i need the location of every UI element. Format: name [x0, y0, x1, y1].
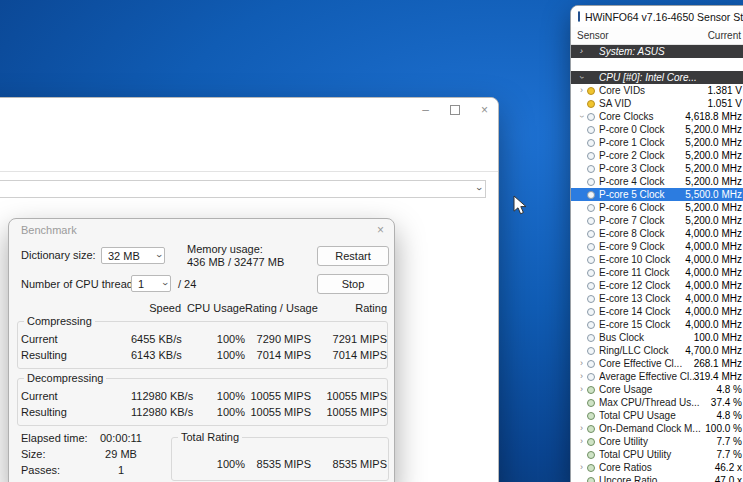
sensor-label: Core Utility	[599, 436, 716, 447]
expander-icon[interactable]: ›	[576, 372, 587, 381]
sensor-value: 5,200.0 MHz	[685, 150, 743, 161]
sensor-row[interactable]: E-core 11 Clock 4,000.0 MHz	[571, 266, 743, 279]
sensor-row[interactable]: › On-Demand Clock M... 100.0 %	[571, 422, 743, 435]
sensor-row[interactable]: E-core 12 Clock 4,000.0 MHz	[571, 279, 743, 292]
sensor-row[interactable]: › Core VIDs 1.381 V	[571, 84, 743, 97]
col-current[interactable]: Current	[708, 30, 741, 41]
sensor-row[interactable]: › Average Effective Cl... 319.4 MHz	[571, 370, 743, 383]
sensor-row[interactable]: › Core Clocks 4,618.8 MHz	[571, 110, 743, 123]
sensor-row[interactable]: P-core 4 Clock 5,200.0 MHz	[571, 175, 743, 188]
sensor-row[interactable]: P-core 6 Clock 5,200.0 MHz	[571, 201, 743, 214]
mouse-cursor	[513, 195, 529, 217]
expander-icon[interactable]: ›	[576, 437, 587, 446]
address-combobox[interactable]: ›	[0, 180, 486, 198]
sensor-label: Average Effective Cl...	[599, 371, 694, 382]
sensor-row[interactable]: E-core 13 Clock 4,000.0 MHz	[571, 292, 743, 305]
rating-value: 10055 MIPS	[311, 390, 387, 402]
sensor-row[interactable]: › Core Effective Cl... 268.1 MHz	[571, 357, 743, 370]
sensor-label: P-core 4 Clock	[599, 176, 685, 187]
sensor-label: P-core 7 Clock	[599, 215, 685, 226]
sensor-row[interactable]: E-core 8 Clock 4,000.0 MHz	[571, 227, 743, 240]
sensor-row[interactable]: P-core 3 Clock 5,200.0 MHz	[571, 162, 743, 175]
minimize-icon[interactable]: –	[422, 103, 429, 117]
rating-usage-value: 7014 MIPS	[245, 349, 311, 361]
expander-icon[interactable]: ›	[576, 424, 587, 433]
sensor-value: 1.051 V	[708, 98, 743, 109]
speed-value: 112980 KB/s	[131, 406, 181, 418]
sensor-icon	[587, 464, 595, 472]
row-label: Current	[21, 333, 131, 345]
sensor-label: Total CPU Usage	[599, 410, 716, 421]
stop-button[interactable]: Stop	[317, 274, 389, 294]
sensor-icon	[587, 100, 595, 108]
sensor-label: Core Effective Cl...	[599, 358, 694, 369]
sensor-icon	[587, 113, 595, 121]
chevron-down-icon: ›	[473, 187, 483, 190]
sensor-value: 5,200.0 MHz	[685, 202, 743, 213]
memory-usage-label: Memory usage:	[187, 243, 263, 255]
expander-icon[interactable]: ›	[576, 47, 587, 56]
hwinfo-app-icon	[578, 11, 580, 22]
desktop-background: – × › Benchmark × Dictionary size: 32 MB…	[0, 0, 743, 482]
expander-icon[interactable]: ›	[577, 111, 586, 122]
maximize-icon[interactable]	[450, 105, 460, 115]
chevron-down-icon: ›	[159, 282, 169, 285]
sensor-row[interactable]: Ring/LLC Clock 4,700.0 MHz	[571, 344, 743, 357]
dictionary-size-select[interactable]: 32 MB ›	[101, 247, 165, 264]
hwinfo-column-header[interactable]: Sensor Current	[571, 27, 743, 45]
sensor-row[interactable]: Total CPU Utility 7.7 %	[571, 448, 743, 461]
sensor-icon	[587, 412, 595, 420]
expander-icon[interactable]: ›	[576, 86, 587, 95]
sensor-row[interactable]: E-core 9 Clock 4,000.0 MHz	[571, 240, 743, 253]
speed-value: 6455 KB/s	[131, 333, 181, 345]
expander-icon[interactable]: ›	[576, 385, 587, 394]
sensor-value: 4,000.0 MHz	[685, 254, 743, 265]
sensor-row[interactable]: P-core 0 Clock 5,200.0 MHz	[571, 123, 743, 136]
dictionary-size-value: 32 MB	[108, 250, 140, 262]
col-sensor[interactable]: Sensor	[577, 30, 609, 41]
sensor-row[interactable]: P-core 1 Clock 5,200.0 MHz	[571, 136, 743, 149]
sensor-row[interactable]: P-core 2 Clock 5,200.0 MHz	[571, 149, 743, 162]
sensor-row[interactable]: Bus Clock 100.0 MHz	[571, 331, 743, 344]
sensor-row[interactable]: E-core 10 Clock 4,000.0 MHz	[571, 253, 743, 266]
sensor-row[interactable]: › Core Utility 7.7 %	[571, 435, 743, 448]
sensor-row[interactable]: Max CPU/Thread Us... 37.4 %	[571, 396, 743, 409]
sensor-row[interactable]: › Core Ratios 46.2 x	[571, 461, 743, 474]
rating-usage-value: 10055 MIPS	[245, 406, 311, 418]
sensor-row[interactable]: › Core Usage 4.8 %	[571, 383, 743, 396]
sensor-value: 5,200.0 MHz	[685, 163, 743, 174]
sensor-label: Ring/LLC Clock	[599, 345, 685, 356]
sensor-value: 100.0 %	[705, 423, 743, 434]
expander-icon[interactable]: ›	[576, 359, 587, 368]
sensor-row[interactable]: E-core 14 Clock 4,000.0 MHz	[571, 305, 743, 318]
sensor-label: Max CPU/Thread Us...	[599, 397, 711, 408]
sensor-row-spacer	[571, 58, 743, 71]
sensor-row[interactable]: P-core 5 Clock 5,500.0 MHz	[571, 188, 743, 201]
sensor-row[interactable]: SA VID 1.051 V	[571, 97, 743, 110]
cpu-threads-select[interactable]: 1 ›	[131, 275, 171, 292]
decompressing-resulting-row: Resulting 112980 KB/s 100% 10055 MIPS 10…	[9, 405, 394, 418]
decompressing-label: Decompressing	[24, 372, 106, 384]
sensor-row[interactable]: › CPU [#0]: Intel Core...	[571, 71, 743, 84]
expander-icon[interactable]: ›	[576, 463, 587, 472]
hwinfo-title: HWiNFO64 v7.16-4650 Sensor Status	[585, 11, 743, 23]
sensor-label: Core VIDs	[599, 85, 708, 96]
benchmark-titlebar[interactable]: Benchmark ×	[9, 219, 394, 240]
sensor-row[interactable]: Uncore Ratio 47.0 x	[571, 474, 743, 482]
sensor-value: 4,000.0 MHz	[685, 306, 743, 317]
close-icon[interactable]: ×	[481, 103, 488, 117]
expander-icon[interactable]: ›	[577, 72, 586, 83]
sensor-row[interactable]: P-core 7 Clock 5,200.0 MHz	[571, 214, 743, 227]
window-controls: – ×	[422, 103, 488, 117]
row-label: Resulting	[21, 406, 131, 418]
sensor-icon	[587, 399, 595, 407]
sensor-label: P-core 2 Clock	[599, 150, 685, 161]
close-icon[interactable]: ×	[377, 223, 384, 237]
restart-button[interactable]: Restart	[317, 246, 389, 266]
hwinfo-titlebar[interactable]: HWiNFO64 v7.16-4650 Sensor Status	[571, 6, 743, 27]
total-cpu-usage-value: 100%	[181, 458, 245, 470]
sensor-row[interactable]: Total CPU Usage 4.8 %	[571, 409, 743, 422]
sensor-row[interactable]: E-core 15 Clock 4,000.0 MHz	[571, 318, 743, 331]
elapsed-time-label: Elapsed time:	[21, 432, 88, 444]
sensor-row[interactable]: › System: ASUS	[571, 45, 743, 58]
